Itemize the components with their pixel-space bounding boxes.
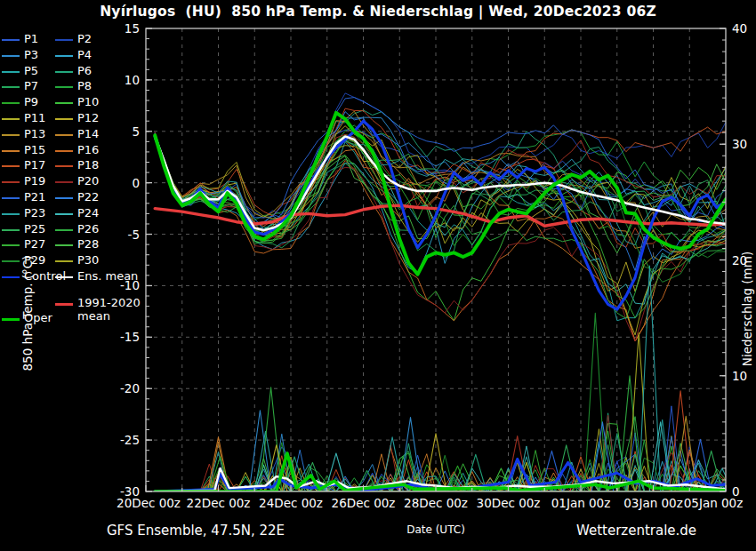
meteogram-page: Nyírlugos (HU) 850 hPa Temp. & Niedersch… bbox=[0, 0, 756, 551]
svg-text:30Dec 00z: 30Dec 00z bbox=[477, 496, 541, 510]
svg-text:05Jan 00z: 05Jan 00z bbox=[684, 496, 744, 510]
svg-text:30: 30 bbox=[732, 137, 747, 151]
meteogram-chart: 151050-5-10-15-20-25-3040302010020Dec 00… bbox=[0, 0, 756, 551]
svg-text:-25: -25 bbox=[120, 433, 140, 447]
svg-text:-10: -10 bbox=[120, 278, 140, 292]
svg-text:03Jan 00z: 03Jan 00z bbox=[623, 496, 683, 510]
svg-text:5: 5 bbox=[132, 124, 140, 139]
svg-text:24Dec 00z: 24Dec 00z bbox=[259, 496, 323, 510]
svg-text:-5: -5 bbox=[128, 228, 140, 242]
svg-text:26Dec 00z: 26Dec 00z bbox=[332, 496, 396, 510]
svg-text:40: 40 bbox=[732, 21, 747, 36]
svg-text:-20: -20 bbox=[120, 381, 140, 395]
svg-text:10: 10 bbox=[732, 369, 747, 383]
model-location-label: GFS Ensemble, 47.5N, 22E bbox=[107, 523, 285, 539]
svg-text:15: 15 bbox=[125, 21, 140, 36]
chart-series bbox=[155, 93, 733, 491]
svg-text:28Dec 00z: 28Dec 00z bbox=[404, 496, 468, 510]
svg-text:01Jan 00z: 01Jan 00z bbox=[551, 496, 611, 510]
svg-text:Niederschlag (mm): Niederschlag (mm) bbox=[740, 252, 754, 366]
svg-text:20Dec 00z: 20Dec 00z bbox=[117, 496, 181, 510]
svg-text:-15: -15 bbox=[120, 330, 140, 344]
svg-text:0: 0 bbox=[132, 176, 140, 190]
site-credit: Wetterzentrale.de bbox=[576, 523, 696, 539]
svg-text:10: 10 bbox=[125, 73, 140, 87]
x-axis-title: Date (UTC) bbox=[347, 523, 525, 536]
svg-text:850 hPa Temp. (°C): 850 hPa Temp. (°C) bbox=[20, 256, 35, 371]
svg-text:22Dec 00z: 22Dec 00z bbox=[187, 496, 251, 510]
